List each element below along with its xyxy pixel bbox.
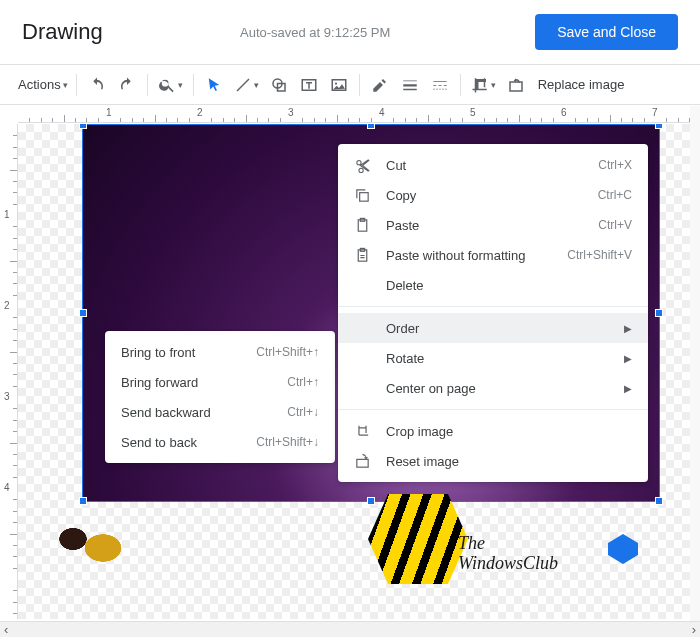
image-bee-right bbox=[368, 494, 468, 584]
chevron-right-icon: ▶ bbox=[624, 383, 632, 394]
blank-icon bbox=[352, 318, 372, 338]
zoom-button[interactable]: ▾ bbox=[154, 71, 187, 99]
menu-label: Reset image bbox=[386, 454, 632, 469]
replace-image-button[interactable]: Replace image bbox=[532, 71, 631, 99]
crop-button[interactable]: ▾ bbox=[467, 71, 500, 99]
crop-icon bbox=[352, 421, 372, 441]
menu-divider bbox=[338, 409, 648, 410]
menu-paste[interactable]: Paste Ctrl+V bbox=[338, 210, 648, 240]
context-menu: Cut Ctrl+X Copy Ctrl+C Paste Ctrl+V Past… bbox=[338, 144, 648, 482]
svg-point-4 bbox=[335, 82, 337, 84]
image-tool[interactable] bbox=[325, 71, 353, 99]
menu-shortcut: Ctrl+X bbox=[598, 158, 632, 172]
separator bbox=[359, 74, 360, 96]
svg-rect-6 bbox=[359, 192, 368, 201]
menu-label: Paste bbox=[386, 218, 598, 233]
undo-button[interactable] bbox=[83, 71, 111, 99]
order-submenu: Bring to front Ctrl+Shift+↑ Bring forwar… bbox=[105, 331, 335, 463]
copy-icon bbox=[352, 185, 372, 205]
shape-tool[interactable] bbox=[265, 71, 293, 99]
menu-divider bbox=[338, 306, 648, 307]
redo-button[interactable] bbox=[113, 71, 141, 99]
watermark-logo-icon bbox=[608, 534, 638, 564]
select-tool[interactable] bbox=[200, 71, 228, 99]
border-dash-button[interactable] bbox=[426, 71, 454, 99]
line-tool[interactable]: ▾ bbox=[230, 71, 263, 99]
blank-icon bbox=[352, 275, 372, 295]
scrollbar-horizontal[interactable]: ‹ › bbox=[0, 621, 700, 637]
resize-handle[interactable] bbox=[79, 124, 87, 129]
actions-button[interactable]: Actions▾ bbox=[14, 71, 70, 99]
page-title: Drawing bbox=[22, 19, 103, 45]
border-color-button[interactable] bbox=[366, 71, 394, 99]
toolbar: Actions▾ ▾ ▾ ▾ Replace image bbox=[0, 65, 700, 105]
scrollbar-vertical[interactable] bbox=[690, 106, 700, 621]
reset-image-button[interactable] bbox=[502, 71, 530, 99]
menu-label: Center on page bbox=[386, 381, 624, 396]
menu-copy[interactable]: Copy Ctrl+C bbox=[338, 180, 648, 210]
svg-rect-11 bbox=[356, 459, 367, 467]
separator bbox=[460, 74, 461, 96]
separator bbox=[147, 74, 148, 96]
menu-paste-without-formatting[interactable]: Paste without formatting Ctrl+Shift+V bbox=[338, 240, 648, 270]
svg-rect-5 bbox=[510, 82, 522, 91]
menu-label: Copy bbox=[386, 188, 598, 203]
chevron-right-icon: ▶ bbox=[624, 353, 632, 364]
watermark-text: The WindowsClub bbox=[458, 534, 558, 574]
menu-label: Delete bbox=[386, 278, 632, 293]
menu-shortcut: Ctrl+V bbox=[598, 218, 632, 232]
reset-image-icon bbox=[352, 451, 372, 471]
ruler-vertical bbox=[0, 124, 18, 619]
menu-center-on-page[interactable]: Center on page ▶ bbox=[338, 373, 648, 403]
menu-send-to-back[interactable]: Send to back Ctrl+Shift+↓ bbox=[105, 427, 335, 457]
menu-label: Order bbox=[386, 321, 624, 336]
clipboard-icon bbox=[352, 215, 372, 235]
menu-shortcut: Ctrl+Shift+V bbox=[567, 248, 632, 262]
menu-shortcut: Ctrl+Shift+↑ bbox=[256, 345, 319, 359]
menu-label: Send to back bbox=[121, 435, 256, 450]
menu-label: Cut bbox=[386, 158, 598, 173]
resize-handle[interactable] bbox=[655, 124, 663, 129]
blank-icon bbox=[352, 378, 372, 398]
resize-handle[interactable] bbox=[367, 497, 375, 505]
menu-label: Send backward bbox=[121, 405, 287, 420]
actions-label: Actions bbox=[18, 77, 61, 92]
resize-handle[interactable] bbox=[367, 124, 375, 129]
resize-handle[interactable] bbox=[655, 309, 663, 317]
image-bee-left bbox=[28, 494, 178, 584]
menu-shortcut: Ctrl+↓ bbox=[287, 405, 319, 419]
resize-handle[interactable] bbox=[79, 309, 87, 317]
resize-handle[interactable] bbox=[655, 497, 663, 505]
menu-shortcut: Ctrl+C bbox=[598, 188, 632, 202]
autosave-status: Auto-saved at 9:12:25 PM bbox=[240, 25, 390, 40]
menu-send-backward[interactable]: Send backward Ctrl+↓ bbox=[105, 397, 335, 427]
menu-shortcut: Ctrl+↑ bbox=[287, 375, 319, 389]
chevron-right-icon: ▶ bbox=[624, 323, 632, 334]
menu-label: Bring forward bbox=[121, 375, 287, 390]
menu-order[interactable]: Order ▶ bbox=[338, 313, 648, 343]
scissors-icon bbox=[352, 155, 372, 175]
menu-crop-image[interactable]: Crop image bbox=[338, 416, 648, 446]
watermark-line2: WindowsClub bbox=[458, 554, 558, 574]
menu-shortcut: Ctrl+Shift+↓ bbox=[256, 435, 319, 449]
clipboard-plain-icon bbox=[352, 245, 372, 265]
menu-label: Paste without formatting bbox=[386, 248, 567, 263]
menu-bring-forward[interactable]: Bring forward Ctrl+↑ bbox=[105, 367, 335, 397]
save-close-button[interactable]: Save and Close bbox=[535, 14, 678, 50]
separator bbox=[76, 74, 77, 96]
watermark-line1: The bbox=[458, 534, 558, 554]
menu-cut[interactable]: Cut Ctrl+X bbox=[338, 150, 648, 180]
scroll-left-icon[interactable]: ‹ bbox=[4, 622, 8, 637]
border-weight-button[interactable] bbox=[396, 71, 424, 99]
menu-label: Crop image bbox=[386, 424, 632, 439]
blank-icon bbox=[352, 348, 372, 368]
menu-label: Rotate bbox=[386, 351, 624, 366]
menu-bring-to-front[interactable]: Bring to front Ctrl+Shift+↑ bbox=[105, 337, 335, 367]
textbox-tool[interactable] bbox=[295, 71, 323, 99]
menu-reset-image[interactable]: Reset image bbox=[338, 446, 648, 476]
separator bbox=[193, 74, 194, 96]
ruler-horizontal bbox=[18, 105, 700, 123]
scroll-right-icon[interactable]: › bbox=[692, 622, 696, 637]
menu-delete[interactable]: Delete bbox=[338, 270, 648, 300]
menu-rotate[interactable]: Rotate ▶ bbox=[338, 343, 648, 373]
